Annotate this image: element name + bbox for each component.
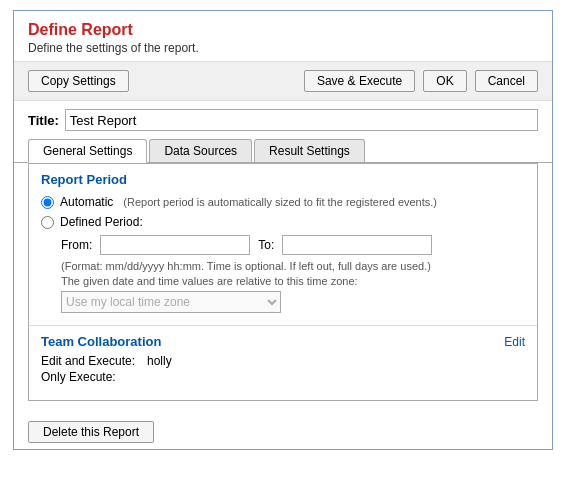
tab-general-settings[interactable]: General Settings [28,139,147,163]
from-label: From: [61,238,92,252]
title-input[interactable] [65,109,538,131]
automatic-label: Automatic [60,195,113,209]
dialog-title: Define Report [28,21,538,39]
defined-period-radio-row: Defined Period: [41,215,525,229]
edit-execute-label: Edit and Execute: [41,354,141,368]
automatic-radio[interactable] [41,196,54,209]
define-report-dialog: Define Report Define the settings of the… [13,10,553,450]
automatic-radio-row: Automatic (Report period is automaticall… [41,195,525,209]
to-label: To: [258,238,274,252]
collab-edit-link[interactable]: Edit [504,335,525,349]
collab-header: Team Collaboration Edit [41,334,525,349]
hint-text-1: (Format: mm/dd/yyyy hh:mm. Time is optio… [61,260,525,272]
defined-period-label: Defined Period: [60,215,143,229]
delete-row: Delete this Report [14,411,552,449]
dialog-header: Define Report Define the settings of the… [14,11,552,61]
collab-title: Team Collaboration [41,334,161,349]
from-to-row: From: To: [61,235,525,255]
delete-report-button[interactable]: Delete this Report [28,421,154,443]
title-label: Title: [28,113,59,128]
cancel-button[interactable]: Cancel [475,70,538,92]
edit-execute-row: Edit and Execute: holly [41,354,525,368]
automatic-note: (Report period is automatically sized to… [123,196,437,208]
dialog-subtitle: Define the settings of the report. [28,41,538,55]
defined-period-radio[interactable] [41,216,54,229]
team-collaboration-section: Team Collaboration Edit Edit and Execute… [29,325,537,390]
hint-text-2: The given date and time values are relat… [61,275,525,287]
ok-button[interactable]: OK [423,70,466,92]
tab-content: Report Period Automatic (Report period i… [28,163,538,401]
tab-data-sources[interactable]: Data Sources [149,139,252,162]
from-input[interactable] [100,235,250,255]
only-execute-row: Only Execute: [41,370,525,384]
toolbar: Copy Settings Save & Execute OK Cancel [14,61,552,101]
report-period-section: Report Period Automatic (Report period i… [29,164,537,325]
timezone-select[interactable]: Use my local time zone [61,291,281,313]
tab-result-settings[interactable]: Result Settings [254,139,365,162]
tabs-row: General Settings Data Sources Result Set… [14,139,552,163]
only-execute-label: Only Execute: [41,370,141,384]
edit-execute-value: holly [147,354,172,368]
to-input[interactable] [282,235,432,255]
title-row: Title: [14,101,552,139]
copy-settings-button[interactable]: Copy Settings [28,70,129,92]
save-execute-button[interactable]: Save & Execute [304,70,415,92]
timezone-row: Use my local time zone [61,291,525,313]
report-period-title: Report Period [41,172,525,187]
